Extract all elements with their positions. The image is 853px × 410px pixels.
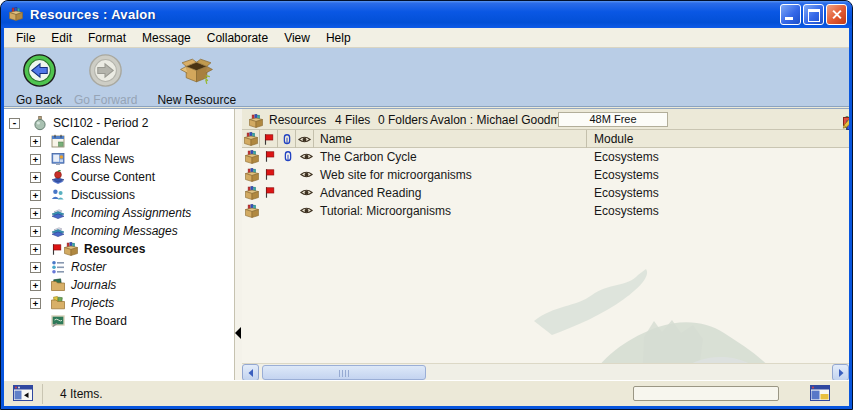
resource-name[interactable]: Web site for microorganisms — [320, 168, 472, 182]
tree-item-label: Resources — [84, 242, 145, 256]
resources-list-panel: Resources 4 Files 0 Folders Avalon : Mic… — [242, 109, 849, 380]
column-name[interactable]: Name — [320, 132, 352, 146]
eye-icon[interactable] — [299, 203, 315, 219]
menu-item-file[interactable]: File — [8, 29, 43, 47]
main-area: - SCI102 - Period 2 +Calendar+Class News… — [4, 108, 849, 380]
resource-row-advanced-reading[interactable]: Advanced ReadingEcosystems — [242, 184, 849, 202]
resource-box-icon — [244, 203, 260, 219]
class-news-icon — [50, 151, 66, 167]
column-module[interactable]: Module — [594, 132, 633, 146]
close-button[interactable] — [826, 4, 847, 25]
expand-icon[interactable]: + — [30, 280, 41, 291]
tree-root-label: SCI102 - Period 2 — [53, 116, 148, 130]
title-bar[interactable]: Resources : Avalon — [1, 1, 852, 28]
app-window: Resources : Avalon FileEditFormatMessage… — [0, 0, 853, 410]
expand-icon[interactable]: + — [30, 226, 41, 237]
eye-icon[interactable] — [299, 185, 315, 201]
pencil-icon[interactable] — [841, 115, 849, 131]
menu-bar: FileEditFormatMessageCollaborateViewHelp — [4, 28, 849, 48]
status-progress-box — [633, 386, 779, 401]
expand-icon[interactable]: + — [30, 190, 41, 201]
tree-item-the-board[interactable]: +The Board — [4, 312, 234, 330]
tree-item-resources[interactable]: +Resources — [4, 240, 234, 258]
tree-item-projects[interactable]: +Projects — [4, 294, 234, 312]
tree-item-discussions[interactable]: +Discussions — [4, 186, 234, 204]
expand-icon[interactable]: + — [30, 298, 41, 309]
folder-title: Resources — [269, 113, 326, 127]
go-forward-button[interactable]: Go Forward — [70, 53, 141, 107]
status-bar: 4 Items. — [4, 380, 849, 406]
flag-icon — [50, 242, 63, 256]
window-title: Resources : Avalon — [30, 7, 156, 22]
flag-icon — [263, 167, 279, 183]
list-column-header[interactable]: Name Module — [242, 130, 849, 148]
expand-icon[interactable]: + — [30, 154, 41, 165]
tree-item-calendar[interactable]: +Calendar — [4, 132, 234, 150]
tree-item-label: The Board — [71, 314, 127, 328]
maximize-button[interactable] — [803, 4, 824, 25]
tree-item-label: Class News — [71, 152, 134, 166]
eye-icon[interactable] — [299, 149, 315, 165]
flag-icon — [263, 149, 279, 165]
resource-row-tutorial-microorganisms[interactable]: Tutorial: MicroorganismsEcosystems — [242, 202, 849, 220]
expand-icon[interactable]: + — [30, 136, 41, 147]
layout-toggle-icon[interactable] — [810, 385, 830, 401]
tree-root-sci102[interactable]: - SCI102 - Period 2 — [4, 114, 234, 132]
expand-icon[interactable]: + — [30, 172, 41, 183]
menu-item-edit[interactable]: Edit — [43, 29, 80, 47]
tree-item-label: Calendar — [71, 134, 120, 148]
go-forward-label: Go Forward — [74, 93, 137, 107]
tree-item-course-content[interactable]: +Course Content — [4, 168, 234, 186]
menu-item-message[interactable]: Message — [134, 29, 199, 47]
resource-row-the-carbon-cycle[interactable]: The Carbon CycleEcosystems — [242, 148, 849, 166]
resource-box-icon[interactable] — [242, 130, 260, 148]
panel-splitter[interactable] — [235, 109, 242, 380]
scrollbar-thumb[interactable] — [262, 365, 426, 380]
go-back-label: Go Back — [16, 93, 62, 107]
eye-column-icon[interactable] — [296, 130, 314, 148]
scroll-left-icon[interactable] — [242, 364, 259, 380]
tree-item-roster[interactable]: +Roster — [4, 258, 234, 276]
new-resource-icon — [179, 53, 214, 92]
horizontal-scrollbar[interactable] — [242, 363, 849, 380]
tree-item-incoming-assignments[interactable]: +Incoming Assignments — [4, 204, 234, 222]
menu-item-format[interactable]: Format — [80, 29, 134, 47]
minimize-button[interactable] — [780, 4, 801, 25]
expand-icon[interactable]: + — [30, 244, 41, 255]
avalon-watermark — [532, 259, 812, 380]
status-divider — [42, 384, 43, 404]
resource-name[interactable]: Tutorial: Microorganisms — [320, 204, 451, 218]
resource-box-icon — [248, 113, 264, 129]
resource-name[interactable]: Advanced Reading — [320, 186, 421, 200]
class-flask-icon — [32, 115, 48, 131]
go-back-icon — [22, 53, 57, 92]
column-divider[interactable] — [586, 130, 587, 148]
free-space-indicator: 48M Free — [558, 112, 668, 127]
collapse-arrow-icon[interactable] — [235, 327, 241, 339]
panel-toggle-icon[interactable] — [13, 385, 33, 401]
toolbar: Go Back Go Forward — [4, 48, 849, 107]
new-resource-button[interactable]: New Resource — [153, 53, 240, 107]
resource-module: Ecosystems — [594, 204, 659, 218]
resource-row-web-site-for-microorganisms[interactable]: Web site for microorganismsEcosystems — [242, 166, 849, 184]
resource-name[interactable]: The Carbon Cycle — [320, 150, 417, 164]
expand-icon[interactable]: + — [30, 262, 41, 273]
collapse-icon[interactable]: - — [9, 118, 20, 129]
tree-item-incoming-messages[interactable]: +Incoming Messages — [4, 222, 234, 240]
menu-item-view[interactable]: View — [276, 29, 318, 47]
resource-box-icon — [244, 149, 260, 165]
scroll-right-icon[interactable] — [832, 364, 849, 380]
tree-item-class-news[interactable]: +Class News — [4, 150, 234, 168]
go-back-button[interactable]: Go Back — [12, 53, 66, 107]
tree-item-label: Journals — [71, 278, 116, 292]
paperclip-column-icon[interactable] — [278, 130, 296, 148]
calendar-icon — [50, 133, 66, 149]
tree-item-journals[interactable]: +Journals — [4, 276, 234, 294]
eye-icon[interactable] — [299, 167, 315, 183]
folders-count: 0 Folders — [378, 113, 428, 127]
expand-icon[interactable]: + — [30, 208, 41, 219]
menu-item-help[interactable]: Help — [318, 29, 359, 47]
folder-info-bar: Resources 4 Files 0 Folders Avalon : Mic… — [242, 109, 849, 130]
flag-column-icon[interactable] — [260, 130, 278, 148]
menu-item-collaborate[interactable]: Collaborate — [199, 29, 276, 47]
